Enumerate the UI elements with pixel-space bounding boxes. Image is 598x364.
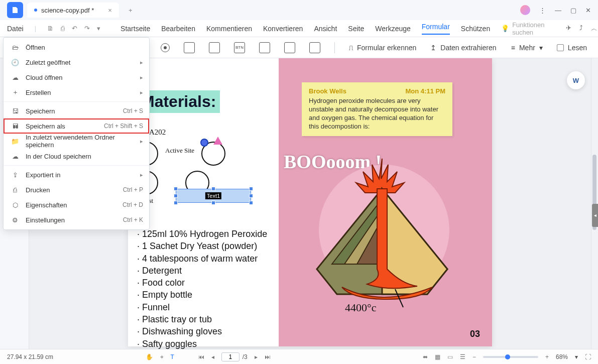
fit-width-icon[interactable]: ⬌ xyxy=(423,353,428,360)
comment-sticky-note[interactable]: Brook Wells Mon 4:11 PM Hydrogen peroxid… xyxy=(302,82,452,136)
close-button[interactable]: ✕ xyxy=(585,7,591,14)
new-tab-button[interactable]: + xyxy=(124,4,137,17)
list-item: Dishwashing gloves xyxy=(137,325,274,337)
fullscreen-icon[interactable]: ⛶ xyxy=(585,353,591,360)
share-icon[interactable]: ⤴ xyxy=(579,24,583,33)
page-number: 03 xyxy=(470,329,480,339)
file-menu-item-cloud[interactable]: ☁Cloud öffnen▸ xyxy=(4,70,149,85)
recognize-label: Formular erkennen xyxy=(357,44,416,52)
menu-item-label: Erstellen xyxy=(26,89,134,96)
page-last-icon[interactable]: ⏭ xyxy=(265,353,271,360)
chevron-right-icon: ▸ xyxy=(140,172,143,178)
new-icon: ＋ xyxy=(11,88,20,97)
file-menu-button[interactable]: Datei xyxy=(7,25,24,33)
signature-tool-icon[interactable] xyxy=(259,42,270,53)
file-menu-item-open[interactable]: 🗁Öffnen xyxy=(4,40,149,55)
list-item: 1 Sachet Dry Yeast (powder) xyxy=(137,240,274,252)
zoom-value: 68% xyxy=(556,353,568,360)
zoom-chevron-icon[interactable]: ▾ xyxy=(575,353,578,360)
view-mode-icon[interactable]: ▦ xyxy=(435,353,440,360)
hand-tool-icon[interactable]: ✋ xyxy=(146,353,153,360)
pdf-page: Materials: A202 Active Site Yeast xyxy=(128,58,492,346)
menu-schuetzen[interactable]: Schützen xyxy=(461,25,490,33)
file-menu-item-saveas[interactable]: 🖬Speichern alsCtrl + Shift + S xyxy=(4,118,149,134)
print-quick-icon[interactable]: ⎙ xyxy=(61,25,65,32)
saveas-icon: 🖬 xyxy=(11,122,20,131)
open-icon: 🗁 xyxy=(11,43,20,52)
undo-icon[interactable]: ↶ xyxy=(72,25,77,32)
date-tool-icon[interactable] xyxy=(309,42,320,53)
file-menu-item-props[interactable]: ⬡EigenschaftenCtrl + D xyxy=(4,197,149,212)
menu-bearbeiten[interactable]: Bearbeiten xyxy=(161,25,195,33)
read-toggle[interactable]: Lesen xyxy=(557,44,587,52)
send-icon[interactable]: ✈ xyxy=(566,24,571,33)
file-menu-item-new[interactable]: ＋Erstellen▸ xyxy=(4,85,149,100)
zoom-out-icon[interactable]: − xyxy=(472,353,476,360)
zoom-slider[interactable] xyxy=(483,356,538,358)
page-next-icon[interactable]: ▸ xyxy=(255,353,258,360)
save-icon: 🖫 xyxy=(11,106,20,115)
feature-search[interactable]: 💡 Funktionen suchen xyxy=(501,21,544,36)
chevron-up-icon[interactable]: ︿ xyxy=(591,24,597,33)
page-indicator[interactable]: /3 xyxy=(221,352,248,361)
settings-icon: ⚙ xyxy=(11,215,20,224)
separator xyxy=(334,42,335,53)
file-menu-item-folder[interactable]: 📁In zuletzt verwendetem Ordner speichern… xyxy=(4,134,149,149)
menu-shortcut: Ctrl + Shift + S xyxy=(104,123,143,130)
save-quick-icon[interactable]: 🗎 xyxy=(47,25,54,32)
form-text-field[interactable]: Text1 xyxy=(176,189,251,203)
user-avatar-icon[interactable] xyxy=(520,5,530,15)
word-icon: W xyxy=(573,77,579,84)
side-panel-handle[interactable]: ◂ xyxy=(592,204,598,227)
menu-seite[interactable]: Seite xyxy=(348,25,364,33)
file-menu-item-print[interactable]: ⎙DruckenCtrl + P xyxy=(4,182,149,197)
menu-werkzeuge[interactable]: Werkzeuge xyxy=(375,25,411,33)
export-word-button[interactable]: W xyxy=(567,71,585,89)
radio-tool-icon[interactable] xyxy=(161,43,170,52)
dropdown-tool-icon[interactable] xyxy=(184,42,195,53)
page-prev-icon[interactable]: ◂ xyxy=(211,353,214,360)
document-tab[interactable]: science-copy.pdf * × xyxy=(27,3,119,18)
redo-icon[interactable]: ↷ xyxy=(84,25,90,32)
layout-icon[interactable]: ▭ xyxy=(447,353,453,360)
recognize-form-button[interactable]: ⎍ Formular erkennen xyxy=(349,44,416,52)
tab-close-button[interactable]: × xyxy=(108,7,112,14)
extract-label: Daten extrahieren xyxy=(440,44,496,52)
layout-continuous-icon[interactable]: ☰ xyxy=(460,353,465,360)
zoom-in-icon[interactable]: + xyxy=(545,353,549,360)
page-first-icon[interactable]: ⏮ xyxy=(198,353,204,360)
menu-ansicht[interactable]: Ansicht xyxy=(314,25,337,33)
list-item: Detergent xyxy=(137,265,274,277)
menu-startseite[interactable]: Startseite xyxy=(121,25,150,33)
button-tool-icon[interactable]: BTN xyxy=(234,42,245,53)
recognize-icon: ⎍ xyxy=(349,44,353,52)
minimize-button[interactable]: — xyxy=(555,7,561,14)
image-tool-icon[interactable] xyxy=(284,42,295,53)
page-input[interactable] xyxy=(221,352,240,361)
materials-list: 125ml 10% Hydrogen Peroxide1 Sachet Dry … xyxy=(137,228,274,349)
extract-data-button[interactable]: ↥ Daten extrahieren xyxy=(430,44,496,52)
file-menu-item-save[interactable]: 🖫SpeichernCtrl + S xyxy=(4,103,149,118)
chevron-right-icon: ▸ xyxy=(140,74,143,81)
file-menu-item-export[interactable]: ⇪Exportiert in▸ xyxy=(4,167,149,182)
file-menu-item-recent[interactable]: 🕘Zuletzt geöffnet▸ xyxy=(4,55,149,70)
file-menu-item-settings[interactable]: ⚙EinstellungenCtrl + K xyxy=(4,212,149,227)
file-menu-item-cloudsave[interactable]: ☁In der Cloud speichern xyxy=(4,149,149,164)
menu-item-label: Eigenschaften xyxy=(26,201,116,209)
menu-kommentieren[interactable]: Kommentieren xyxy=(206,25,252,33)
listbox-tool-icon[interactable] xyxy=(209,42,220,53)
text-select-icon[interactable]: Ꭲ xyxy=(171,353,174,360)
menu-formular[interactable]: Formular xyxy=(422,23,450,35)
bulb-icon: 💡 xyxy=(501,25,509,32)
recent-icon: 🕘 xyxy=(11,58,20,67)
more-button[interactable]: ≡ Mehr ▾ xyxy=(511,44,543,52)
maximize-button[interactable]: ▢ xyxy=(570,7,576,14)
temperature-label: 4400°c xyxy=(345,301,377,314)
file-menu-dropdown: 🗁Öffnen🕘Zuletzt geöffnet▸☁Cloud öffnen▸＋… xyxy=(3,37,150,230)
app-menu-button[interactable]: ⋮ xyxy=(539,7,546,14)
zoom-knob[interactable] xyxy=(505,354,510,359)
dropdown-quick-icon[interactable]: ▾ xyxy=(97,25,100,32)
select-tool-icon[interactable]: ⌖ xyxy=(160,353,164,360)
menu-konvertieren[interactable]: Konvertieren xyxy=(263,25,303,33)
menu-item-label: Speichern xyxy=(26,107,117,115)
